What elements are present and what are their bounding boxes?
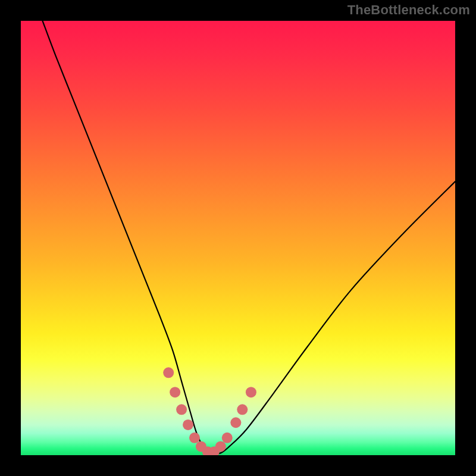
highlight-dot <box>183 419 193 430</box>
highlight-dot <box>170 387 180 397</box>
highlight-dot <box>222 433 233 443</box>
highlight-dot <box>163 367 174 378</box>
highlight-dot <box>176 404 187 415</box>
highlight-dot <box>215 441 226 452</box>
highlight-dot <box>246 387 256 397</box>
highlight-dot <box>237 404 248 415</box>
curve-layer <box>21 21 455 455</box>
chart-stage: TheBottleneck.com <box>0 0 476 476</box>
watermark-text: TheBottleneck.com <box>347 2 470 18</box>
highlight-dot <box>189 433 200 443</box>
highlight-dot <box>230 417 241 428</box>
plot-area <box>21 21 455 455</box>
highlight-dots <box>163 367 256 455</box>
